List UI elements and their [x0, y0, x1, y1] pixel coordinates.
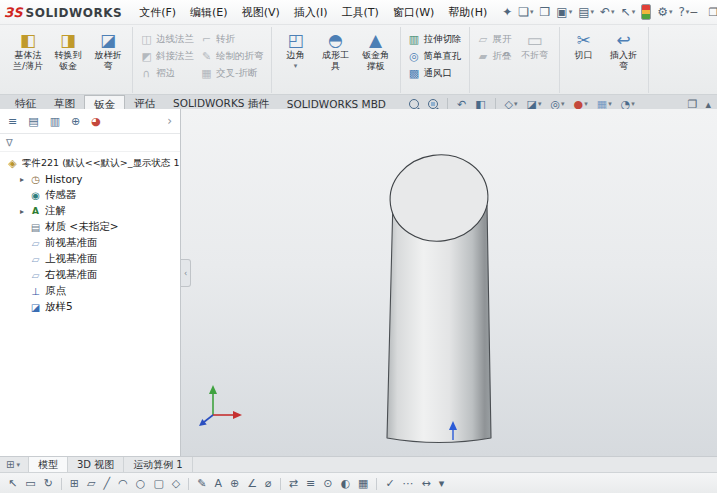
- status-tool-icon[interactable]: ↔: [422, 477, 431, 490]
- minimize-button[interactable]: −: [689, 6, 698, 19]
- status-tool-icon[interactable]: ▦: [358, 477, 368, 490]
- jog-button[interactable]: ⌐转折: [197, 31, 267, 48]
- rebuild-button[interactable]: [641, 4, 651, 20]
- filter-funnel-icon[interactable]: ∇: [6, 137, 13, 148]
- displaymanager-tab-icon[interactable]: ◕: [91, 115, 101, 128]
- logo-3ds-icon: ЗS: [4, 5, 23, 20]
- tree-item-origin[interactable]: ⊥ 原点: [0, 283, 180, 299]
- sketched-bend-button[interactable]: ✎绘制的折弯: [197, 48, 267, 65]
- extruded-cut-button[interactable]: ▥拉伸切除: [405, 31, 465, 48]
- status-tool-icon[interactable]: ▢: [153, 477, 163, 490]
- status-tool-icon[interactable]: ○: [136, 477, 146, 490]
- status-tool-icon[interactable]: ◇: [172, 477, 180, 490]
- tree-item-material[interactable]: ▤ 材质 <未指定>: [0, 219, 180, 235]
- configurationmanager-tab-icon[interactable]: ▥: [50, 115, 60, 128]
- zoom-fit-button[interactable]: [409, 99, 419, 109]
- fold-button[interactable]: ▰折叠: [474, 48, 515, 65]
- menu-window[interactable]: 窗口(W): [386, 2, 441, 23]
- tab-list-icon[interactable]: ⊞: [6, 459, 14, 470]
- pin-menubar-icon[interactable]: ✦: [502, 5, 512, 19]
- status-tool-icon[interactable]: ✎: [197, 477, 206, 490]
- status-tool-icon[interactable]: ∠: [247, 477, 257, 490]
- status-tool-icon[interactable]: ⊞: [70, 477, 79, 490]
- tree-filter-row: ∇: [0, 134, 180, 152]
- status-tool-icon[interactable]: ⇄: [289, 477, 298, 490]
- status-tool-icon[interactable]: ↖: [8, 477, 17, 490]
- tree-item-history[interactable]: ▸ ◷ History: [0, 171, 180, 187]
- status-tool-icon[interactable]: ⌀: [265, 477, 272, 490]
- viewport-canvas[interactable]: [181, 109, 717, 457]
- hem-icon: ∩: [140, 67, 153, 80]
- options-button[interactable]: ⚙▾: [657, 5, 672, 19]
- convert-to-sheet-metal-button[interactable]: ◨ 转换到 钣金: [48, 28, 88, 74]
- tree-root-part[interactable]: ◈ 零件221 (默认<<默认>_显示状态 1>): [0, 155, 180, 171]
- unfold-icon: ▱: [477, 33, 490, 46]
- forming-tool-icon: ◓: [328, 30, 343, 50]
- help-button[interactable]: ?▾: [678, 5, 689, 19]
- menu-file[interactable]: 文件(F): [132, 2, 183, 23]
- forming-tool-button[interactable]: ◓ 成形工 具: [316, 28, 356, 74]
- chevron-down-icon[interactable]: ▾: [16, 461, 20, 469]
- status-tool-icon[interactable]: ≡: [306, 477, 315, 490]
- status-tool-icon[interactable]: ⊙: [323, 477, 332, 490]
- hem-button[interactable]: ∩褶边: [137, 65, 197, 82]
- expand-caret-icon[interactable]: ▸: [20, 175, 29, 184]
- undo-button[interactable]: ↶▾: [600, 5, 615, 19]
- panel-tabs-overflow-chevron[interactable]: ›: [167, 114, 172, 128]
- propertymanager-tab-icon[interactable]: ▤: [28, 115, 38, 128]
- insert-bends-button[interactable]: ↩ 插入折 弯: [604, 28, 644, 74]
- tree-item-loft5[interactable]: ◪ 放样5: [0, 299, 180, 315]
- status-tool-icon[interactable]: ◠: [118, 477, 128, 490]
- print-button[interactable]: ▤▾: [578, 5, 594, 19]
- open-button[interactable]: ❒: [540, 5, 551, 19]
- featuremanager-tab-icon[interactable]: ≡: [8, 115, 17, 128]
- miter-flange-button[interactable]: ◩斜接法兰: [137, 48, 197, 65]
- status-tool-icon[interactable]: ◐: [340, 477, 350, 490]
- dimxpertmanager-tab-icon[interactable]: ⊕: [71, 115, 80, 128]
- rip-button[interactable]: ✂ 切口: [564, 28, 604, 63]
- graphics-area[interactable]: ‹: [181, 109, 717, 456]
- menu-view[interactable]: 视图(V): [235, 2, 287, 23]
- zoom-area-button[interactable]: [428, 99, 438, 109]
- panel-collapse-handle[interactable]: ‹: [181, 259, 191, 287]
- status-tool-icon[interactable]: ╱: [104, 477, 111, 490]
- unfold-button[interactable]: ▱展开: [474, 31, 515, 48]
- corner-button[interactable]: ◰ 边角 ▾: [276, 28, 316, 74]
- tab-motion-study-1[interactable]: 运动算例 1: [124, 457, 193, 472]
- expand-caret-icon[interactable]: ▸: [20, 207, 29, 216]
- status-tool-icon[interactable]: ↻: [44, 477, 53, 490]
- select-button[interactable]: ↖▾: [621, 5, 636, 19]
- menu-help[interactable]: 帮助(H): [441, 2, 494, 23]
- open-icon: ❒: [540, 5, 551, 19]
- new-document-button[interactable]: ❏▾: [518, 5, 533, 19]
- vent-button[interactable]: ▩通风口: [405, 65, 465, 82]
- cross-break-button[interactable]: ▦交叉-折断: [197, 65, 267, 82]
- tree-item-annotations[interactable]: ▸ A 注解: [0, 203, 180, 219]
- lofted-bend-icon: ◪: [100, 30, 116, 50]
- tree-item-front-plane[interactable]: ▱ 前视基准面: [0, 235, 180, 251]
- lofted-bend-button[interactable]: ◪ 放样折 弯: [88, 28, 128, 74]
- tab-model[interactable]: 模型: [28, 457, 68, 472]
- tree-item-top-plane[interactable]: ▱ 上视基准面: [0, 251, 180, 267]
- menu-tools[interactable]: 工具(T): [335, 2, 386, 23]
- edge-flange-button[interactable]: ◫边线法兰: [137, 31, 197, 48]
- base-flange-button[interactable]: ◧ 基体法 兰/薄片: [8, 28, 48, 74]
- status-tool-icon[interactable]: ▭: [25, 477, 35, 490]
- sheet-metal-gusset-button[interactable]: ▲ 钣金角 撑板: [356, 28, 396, 74]
- no-bends-button[interactable]: ▭ 不折弯: [515, 28, 555, 63]
- tree-item-sensors[interactable]: ◉ 传感器: [0, 187, 180, 203]
- simple-hole-button[interactable]: ◎简单直孔: [405, 48, 465, 65]
- status-tool-icon[interactable]: ▱: [87, 477, 95, 490]
- status-tool-icon[interactable]: ✓: [385, 477, 394, 490]
- status-tool-icon[interactable]: A: [214, 477, 222, 490]
- status-tool-icon[interactable]: ⋯: [403, 477, 414, 490]
- menu-insert[interactable]: 插入(I): [287, 2, 335, 23]
- status-tool-icon[interactable]: ⊕: [230, 477, 239, 490]
- status-tool-icon[interactable]: ▾: [439, 477, 445, 490]
- menu-edit[interactable]: 编辑(E): [183, 2, 235, 23]
- tree-item-right-plane[interactable]: ▱ 右视基准面: [0, 267, 180, 283]
- save-button[interactable]: ▣▾: [556, 5, 572, 19]
- feature-tree: ◈ 零件221 (默认<<默认>_显示状态 1>) ▸ ◷ History ◉ …: [0, 152, 180, 315]
- maximize-button[interactable]: ❐: [709, 6, 717, 19]
- tab-3d-views[interactable]: 3D 视图: [68, 457, 124, 472]
